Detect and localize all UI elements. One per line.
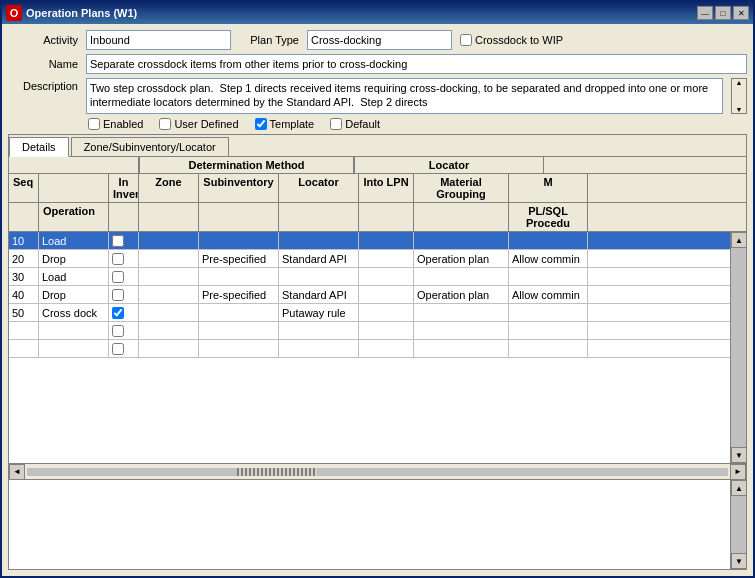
group-header-scroll-space <box>544 157 560 173</box>
bottom-vscroll-up[interactable]: ▲ <box>731 480 746 496</box>
inv-checkbox-6[interactable] <box>112 325 124 337</box>
inv-checkbox-4[interactable] <box>112 289 124 301</box>
cell-locator-5: Putaway rule <box>279 304 359 321</box>
scroll-placeholder2 <box>588 203 604 231</box>
table-main: Determination Method Locator Seq In Inve… <box>9 157 746 479</box>
tab-details-content: Determination Method Locator Seq In Inve… <box>9 157 746 569</box>
table-row[interactable]: 50 Cross dock Putaway rule <box>9 304 730 322</box>
tab-details[interactable]: Details <box>9 137 69 157</box>
description-scrollbar[interactable]: ▲ ▼ <box>731 78 747 114</box>
table-row[interactable]: 20 Drop Pre-specified Standard API Opera… <box>9 250 730 268</box>
cell-zone-5 <box>139 304 199 321</box>
vscroll-track[interactable] <box>731 248 746 447</box>
window-title: Operation Plans (W1) <box>26 7 697 19</box>
description-label: Description <box>8 80 78 92</box>
cell-op-3: Load <box>39 268 109 285</box>
description-textarea[interactable]: Two step crossdock plan. Step 1 directs … <box>86 78 723 114</box>
table-body-container: 10 Load <box>9 232 746 463</box>
col-header2-subinv <box>199 203 279 231</box>
table-row[interactable]: 30 Load <box>9 268 730 286</box>
inv-checkbox-1[interactable] <box>112 235 124 247</box>
col-header-inv: In Inventory <box>109 174 139 202</box>
enabled-checkbox[interactable] <box>88 118 100 130</box>
title-bar: O Operation Plans (W1) — □ ✕ <box>2 2 753 24</box>
cell-seq-6 <box>9 322 39 339</box>
cell-op-2: Drop <box>39 250 109 267</box>
table-row[interactable]: 40 Drop Pre-specified Standard API Opera… <box>9 286 730 304</box>
name-row: Name <box>8 54 747 74</box>
cell-op-4: Drop <box>39 286 109 303</box>
hscroll-right-button[interactable]: ► <box>730 464 746 480</box>
cell-intolpn-2 <box>359 250 414 267</box>
bottom-vscroll-down[interactable]: ▼ <box>731 553 746 569</box>
minimize-button[interactable]: — <box>697 6 713 20</box>
window-controls: — □ ✕ <box>697 6 749 20</box>
cell-seq-1: 10 <box>9 232 39 249</box>
bottom-vscroll-track[interactable] <box>731 496 746 553</box>
table-row[interactable]: 10 Load <box>9 232 730 250</box>
default-label: Default <box>330 118 380 130</box>
inv-checkbox-3[interactable] <box>112 271 124 283</box>
cell-zone-1 <box>139 232 199 249</box>
col-header2-locator <box>279 203 359 231</box>
table-hscrollbar[interactable]: ◄ ► <box>9 463 746 479</box>
template-checkbox[interactable] <box>255 118 267 130</box>
vscroll-down-button[interactable]: ▼ <box>731 447 746 463</box>
cell-matgrp-4: Operation plan <box>414 286 509 303</box>
hscroll-track[interactable] <box>27 468 728 476</box>
enabled-label: Enabled <box>88 118 143 130</box>
cell-plsql-1 <box>509 232 588 249</box>
group-header-locator: Locator <box>354 157 544 173</box>
inv-checkbox-7[interactable] <box>112 343 124 355</box>
bottom-textarea[interactable] <box>9 480 730 569</box>
activity-row: Activity Plan Type Crossdock to WIP <box>8 30 747 50</box>
table-rows-container: 10 Load <box>9 232 730 463</box>
cell-locator-4: Standard API <box>279 286 359 303</box>
col-header2-operation: Operation <box>39 203 109 231</box>
inv-checkbox-5[interactable] <box>112 307 124 319</box>
table-vscrollbar[interactable]: ▲ ▼ <box>730 232 746 463</box>
col-header-m: M <box>509 174 588 202</box>
col-header-subinv: Subinventory <box>199 174 279 202</box>
col-header2-inv <box>109 203 139 231</box>
maximize-button[interactable]: □ <box>715 6 731 20</box>
description-row: Description Two step crossdock plan. Ste… <box>8 78 747 114</box>
activity-input[interactable] <box>86 30 231 50</box>
col-header-locator: Locator <box>279 174 359 202</box>
cell-matgrp-7 <box>414 340 509 357</box>
desc-scroll-down[interactable]: ▼ <box>736 106 743 113</box>
cell-intolpn-3 <box>359 268 414 285</box>
cell-intolpn-7 <box>359 340 414 357</box>
inv-checkbox-2[interactable] <box>112 253 124 265</box>
cell-locator-1 <box>279 232 359 249</box>
cell-intolpn-6 <box>359 322 414 339</box>
bottom-vscrollbar[interactable]: ▲ ▼ <box>730 480 746 569</box>
cell-locator-6 <box>279 322 359 339</box>
hscroll-left-button[interactable]: ◄ <box>9 464 25 480</box>
default-checkbox[interactable] <box>330 118 342 130</box>
close-button[interactable]: ✕ <box>733 6 749 20</box>
desc-scroll-up[interactable]: ▲ <box>736 79 743 86</box>
tab-zone[interactable]: Zone/Subinventory/Locator <box>71 137 229 156</box>
cell-matgrp-1 <box>414 232 509 249</box>
cell-seq-5: 50 <box>9 304 39 321</box>
cell-subinv-4: Pre-specified <box>199 286 279 303</box>
name-input[interactable] <box>86 54 747 74</box>
app-icon: O <box>6 5 22 21</box>
cell-intolpn-5 <box>359 304 414 321</box>
vscroll-up-button[interactable]: ▲ <box>731 232 746 248</box>
plan-type-input[interactable] <box>307 30 452 50</box>
user-defined-checkbox[interactable] <box>159 118 171 130</box>
cell-plsql-3 <box>509 268 588 285</box>
cell-matgrp-6 <box>414 322 509 339</box>
crossdock-checkbox[interactable] <box>460 34 472 46</box>
table-row[interactable] <box>9 340 730 358</box>
cell-zone-4 <box>139 286 199 303</box>
activity-label: Activity <box>8 34 78 46</box>
col-header-intolpn: Into LPN <box>359 174 414 202</box>
cell-subinv-2: Pre-specified <box>199 250 279 267</box>
table-row[interactable] <box>9 322 730 340</box>
cell-seq-2: 20 <box>9 250 39 267</box>
scroll-placeholder <box>588 174 604 202</box>
col-header2-intolpn <box>359 203 414 231</box>
